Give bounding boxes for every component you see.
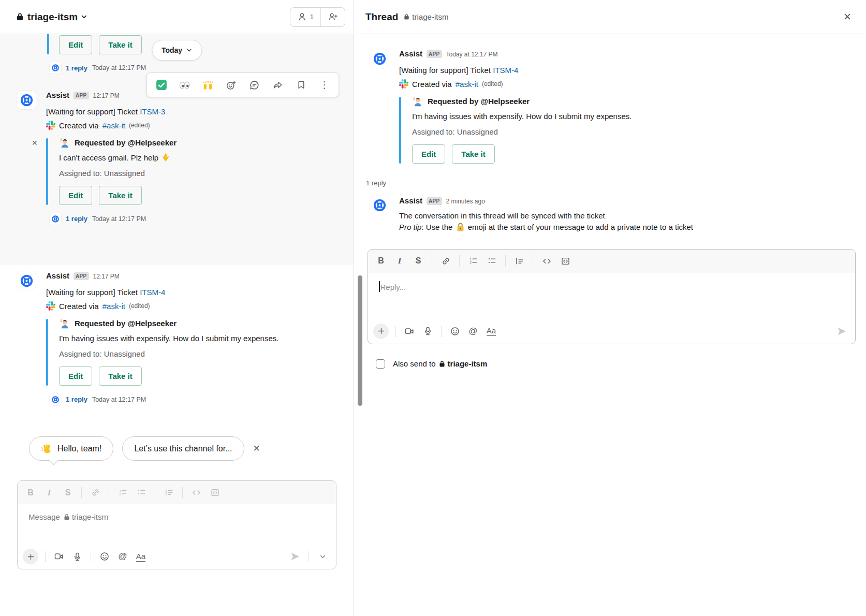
ticket-link[interactable]: ITSM-4 [140, 288, 165, 297]
link-button[interactable] [86, 485, 104, 501]
close-thread-button[interactable]: ✕ [843, 12, 852, 22]
dismiss-suggestions-button[interactable]: ✕ [253, 443, 260, 454]
italic-button[interactable]: I [40, 485, 58, 501]
take-it-button[interactable]: Take it [99, 186, 141, 205]
add-person-button[interactable] [320, 8, 345, 26]
edit-button[interactable]: Edit [59, 186, 92, 205]
reply-in-thread-button[interactable] [243, 76, 266, 94]
attach-button[interactable] [23, 549, 38, 564]
message-list[interactable]: Edit Take it 1 reply Today at 12:17 PM A… [0, 34, 354, 616]
thread-reply-message[interactable]: Assist APP 2 minutes ago The conversatio… [354, 196, 866, 233]
bold-button[interactable]: B [372, 253, 390, 269]
share-message-button[interactable] [267, 76, 289, 94]
raised-hands-emoji-button[interactable] [197, 76, 219, 94]
video-message-button[interactable] [51, 548, 67, 565]
message-timestamp[interactable]: Today at 12:17 PM [446, 51, 498, 58]
ordered-list-button[interactable]: 12 [464, 253, 482, 269]
message-author[interactable]: Assist [399, 49, 422, 58]
take-it-button[interactable]: Take it [99, 35, 141, 54]
svg-text:2: 2 [469, 260, 472, 264]
code-block-button[interactable] [206, 485, 224, 501]
blockquote-button[interactable] [160, 485, 178, 501]
code-button[interactable] [538, 253, 555, 269]
thread-reply-row[interactable]: 1 reply Today at 12:17 PM [50, 394, 354, 405]
message-itsm-3[interactable]: Assist APP 12:17 PM [Waiting for support… [0, 91, 354, 205]
blockquote-button[interactable] [510, 253, 528, 269]
strikethrough-button[interactable]: S [409, 253, 427, 269]
audio-message-button[interactable] [69, 548, 85, 565]
bold-button[interactable]: B [22, 485, 39, 501]
message-author[interactable]: Assist [399, 196, 422, 205]
date-divider-pill[interactable]: Today [152, 40, 202, 61]
reply-input[interactable]: Reply... [368, 273, 855, 320]
add-reaction-button[interactable] [220, 76, 242, 94]
ticket-attachment: Requested by @Helpseeker I'm having issu… [399, 96, 852, 164]
message-composer[interactable]: B I S 12 Message [17, 480, 336, 569]
eyes-emoji-button[interactable] [173, 76, 196, 94]
link-button[interactable] [437, 253, 454, 269]
mention-button[interactable]: @ [465, 323, 481, 340]
channel-link[interactable]: #ask-it [102, 121, 125, 130]
code-button[interactable] [187, 485, 205, 501]
thread-root-message[interactable]: Assist APP Today at 12:17 PM [Waiting fo… [354, 49, 866, 164]
check-mark-emoji-button[interactable] [150, 76, 172, 94]
more-actions-button[interactable]: ⋮ [313, 76, 335, 94]
thread-reply-row[interactable]: 1 reply Today at 12:17 PM [50, 213, 354, 225]
edit-button[interactable]: Edit [412, 144, 445, 164]
scrollbar-thumb[interactable] [358, 275, 362, 406]
suggestion-channel-purpose[interactable]: Let’s use this channel for... [122, 436, 244, 461]
bookmark-message-button[interactable] [290, 76, 312, 94]
suggestion-hello-team[interactable]: Hello, team! [29, 436, 113, 461]
ticket-title-row: [Waiting for support] Ticket ITSM-4 [46, 287, 343, 298]
take-it-button[interactable]: Take it [99, 366, 141, 386]
assist-app-avatar[interactable] [17, 271, 36, 290]
send-button[interactable] [287, 548, 303, 565]
strikethrough-button[interactable]: S [59, 485, 77, 501]
video-message-button[interactable] [401, 323, 418, 340]
reply-composer[interactable]: B I S 12 Reply... [368, 249, 856, 344]
message-input[interactable]: Message triage-itsm [18, 504, 336, 545]
ordered-list-button[interactable]: 12 [114, 485, 131, 501]
date-label: Today [162, 46, 182, 54]
reply-count-link[interactable]: 1 reply [66, 64, 87, 72]
message-itsm-4[interactable]: Assist APP 12:17 PM [Waiting for support… [0, 271, 354, 386]
channel-link[interactable]: #ask-it [102, 302, 125, 311]
reply-count-link[interactable]: 1 reply [66, 215, 87, 223]
emoji-button[interactable] [96, 548, 113, 565]
emoji-button[interactable] [447, 323, 463, 340]
send-button[interactable] [833, 323, 850, 340]
remove-attachment-button[interactable]: ✕ [32, 139, 38, 147]
format-toggle-button[interactable]: Aa [133, 548, 149, 565]
assist-app-avatar[interactable] [370, 196, 389, 215]
schedule-send-chevron[interactable] [314, 548, 331, 565]
ticket-link[interactable]: ITSM-3 [140, 107, 165, 116]
view-members-button[interactable]: 1 [290, 8, 320, 26]
message-timestamp[interactable]: 2 minutes ago [446, 198, 485, 205]
take-it-button[interactable]: Take it [452, 144, 494, 164]
reply-count-link[interactable]: 1 reply [66, 395, 87, 403]
attach-button[interactable] [373, 324, 389, 339]
bullet-list-button[interactable] [483, 253, 501, 269]
mention-button[interactable]: @ [114, 548, 131, 565]
bullet-list-button[interactable] [133, 485, 150, 501]
italic-button[interactable]: I [391, 253, 408, 269]
channel-link[interactable]: #ask-it [456, 80, 478, 89]
audio-message-button[interactable] [419, 323, 436, 340]
assist-app-avatar[interactable] [17, 91, 36, 109]
channel-title-button[interactable]: triage-itsm [16, 11, 87, 23]
person-add-icon [328, 12, 338, 22]
edit-button[interactable]: Edit [59, 35, 92, 54]
code-block-button[interactable] [556, 253, 574, 269]
reply-timestamp: Today at 12:17 PM [92, 396, 146, 403]
thread-reply-row[interactable]: 1 reply Today at 12:17 PM [50, 62, 354, 74]
message-author[interactable]: Assist [46, 91, 69, 99]
edit-button[interactable]: Edit [59, 366, 92, 386]
assist-app-avatar[interactable] [370, 49, 389, 68]
also-send-checkbox[interactable] [376, 359, 385, 369]
message-timestamp[interactable]: 12:17 PM [93, 92, 120, 99]
quote-bar [47, 34, 49, 54]
message-author[interactable]: Assist [46, 271, 69, 280]
message-timestamp[interactable]: 12:17 PM [93, 273, 120, 280]
format-toggle-button[interactable]: Aa [483, 323, 500, 340]
ticket-link[interactable]: ITSM-4 [493, 66, 518, 75]
